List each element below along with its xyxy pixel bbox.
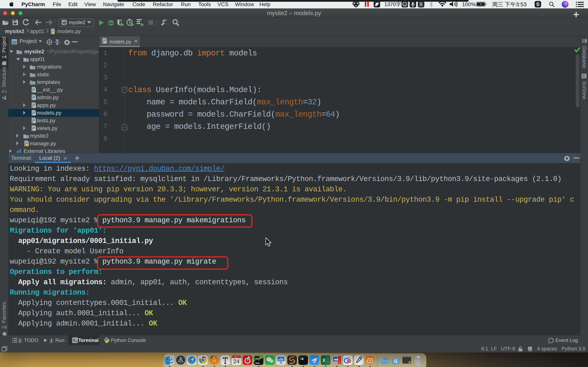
svg-text:S: S	[409, 361, 410, 363]
svg-text:PC: PC	[255, 357, 260, 361]
svg-text:11月: 11月	[234, 356, 238, 358]
svg-text:X: X	[322, 358, 326, 363]
svg-text:24: 24	[233, 358, 239, 365]
svg-text:$: $	[300, 357, 302, 361]
